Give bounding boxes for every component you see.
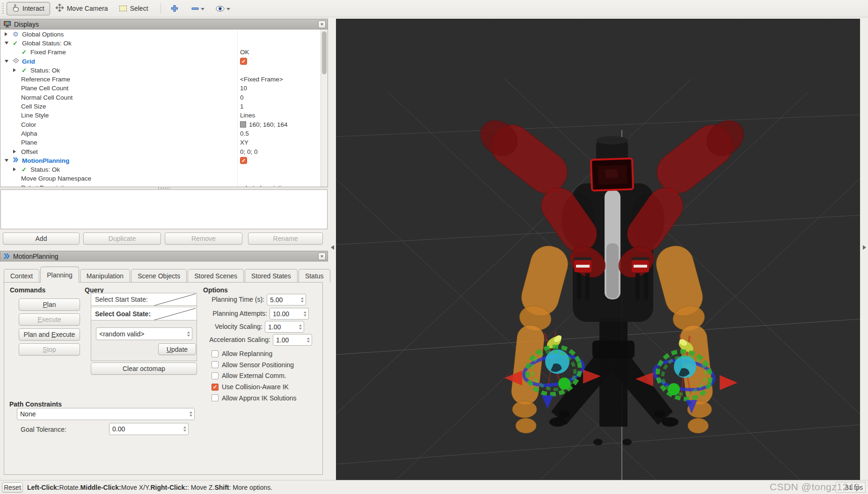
tree-row-value[interactable]: Lines [240, 112, 255, 119]
tree-row[interactable]: Plane Cell Count10 [0, 84, 328, 93]
tree-row-value[interactable]: 10 [240, 85, 247, 92]
toolbar-drag-handle[interactable] [1, 3, 5, 14]
tree-row-label[interactable]: Cell Size [21, 103, 46, 110]
spin-arrows[interactable] [301, 297, 304, 302]
reset-button[interactable]: Reset [2, 482, 23, 493]
tree-row-label[interactable]: Status: Ok [30, 166, 60, 173]
tree-row-label[interactable]: Alpha [21, 130, 37, 137]
tree-row[interactable]: Alpha0.5 [0, 129, 328, 138]
select-goal-state-header[interactable]: Select Goal State: [91, 308, 197, 320]
interact-tool-button[interactable]: Interact [7, 2, 50, 15]
use-collision-aware-ik-checkbox[interactable]: ✓ [212, 384, 219, 391]
move-camera-tool-button[interactable]: Move Camera [50, 2, 114, 15]
collapse-arrow-icon[interactable] [5, 159, 8, 162]
tree-row-label[interactable]: Global Options [22, 30, 64, 37]
tree-row-label[interactable]: Color [21, 121, 36, 128]
update-button[interactable]: Update [158, 343, 196, 355]
displays-panel-header[interactable]: Displays ✕ [0, 19, 328, 29]
visibility-tool-button[interactable] [212, 2, 234, 15]
goal-tolerance-spinbox[interactable]: 0.00 [109, 423, 189, 435]
tree-row[interactable]: Line StyleLines [0, 111, 328, 120]
execute-button[interactable]: Execute [19, 313, 80, 326]
displays-close-icon[interactable]: ✕ [318, 21, 326, 28]
tree-row-label[interactable]: Global Status: Ok [22, 39, 72, 46]
tree-row-value[interactable]: 0 [240, 94, 244, 101]
tree-row[interactable]: ✓Global Status: Ok [0, 38, 328, 47]
allow-approx-ik-solutions-checkbox[interactable] [212, 394, 219, 401]
enabled-checkbox[interactable]: ✓ [240, 58, 247, 65]
velocity-scaling-spinbox[interactable]: 1.00 [265, 321, 304, 333]
remove-tool-button[interactable] [187, 2, 209, 15]
expand-arrow-icon[interactable] [13, 68, 16, 72]
tree-row[interactable]: PlaneXY [0, 138, 328, 147]
tree-row[interactable]: Offset0; 0; 0 [0, 147, 328, 156]
tree-row[interactable]: Cell Size1 [0, 102, 328, 110]
path-constraints-spin-arrows[interactable] [190, 412, 192, 417]
planning-time-s-spinbox[interactable]: 5.00 [267, 294, 306, 305]
tab-stored-scenes[interactable]: Stored Scenes [188, 269, 244, 283]
tab-scene-objects[interactable]: Scene Objects [131, 269, 187, 283]
expand-arrow-icon[interactable] [13, 167, 16, 171]
goal-state-spin-arrows[interactable] [187, 331, 190, 336]
tree-row[interactable]: Robot Descriptionrobot_description [0, 183, 328, 187]
select-tool-button[interactable]: Select [114, 2, 154, 15]
tree-row-value[interactable]: <Fixed Frame> [240, 76, 283, 83]
path-constraints-combobox[interactable]: None [17, 408, 195, 420]
tree-row-label[interactable]: Status: Ok [30, 66, 60, 73]
allow-replanning-checkbox[interactable] [212, 350, 219, 357]
tree-row[interactable]: Normal Cell Count0 [0, 93, 328, 102]
tree-row-value[interactable]: OK [240, 49, 249, 56]
tree-row-label[interactable]: Fixed Frame [30, 49, 66, 56]
select-start-state-header[interactable]: Select Start State: [91, 293, 197, 306]
collapse-right-arrow-icon[interactable] [863, 245, 866, 250]
enabled-checkbox[interactable]: ✓ [240, 157, 247, 164]
tree-row-label[interactable]: Robot Description [21, 184, 71, 187]
goal-tolerance-spin-arrows[interactable] [183, 427, 186, 432]
add-tool-button[interactable] [167, 2, 182, 15]
expand-arrow-icon[interactable] [5, 32, 7, 36]
tree-row-label[interactable]: Grid [22, 58, 35, 65]
duplicate-display-button[interactable]: Duplicate [83, 232, 161, 245]
motionplanning-close-icon[interactable]: ✕ [318, 253, 326, 260]
tree-row[interactable]: Reference Frame<Fixed Frame> [0, 74, 328, 83]
checkbox-label[interactable]: Use Collision-Aware IK [222, 383, 289, 391]
checkbox-label[interactable]: Allow External Comm. [222, 372, 286, 379]
checkbox-label[interactable]: Allow Replanning [222, 350, 272, 357]
plan-button[interactable]: Plan [19, 298, 80, 311]
tree-row-value[interactable]: 160; 160; 164 [249, 121, 288, 128]
rename-display-button[interactable]: Rename [248, 232, 323, 245]
tab-context[interactable]: Context [4, 269, 39, 283]
tree-row-label[interactable]: MotionPlanning [22, 157, 69, 164]
tab-stored-states[interactable]: Stored States [245, 269, 298, 283]
clear-octomap-button[interactable]: Clear octomap [91, 363, 197, 375]
tree-row-label[interactable]: Plane [21, 139, 37, 146]
tree-row-label[interactable]: Reference Frame [21, 76, 70, 83]
planning-attempts-spinbox[interactable]: 10.00 [270, 308, 309, 320]
add-display-button[interactable]: Add [3, 232, 80, 245]
tree-row-value[interactable]: 1 [240, 103, 244, 110]
allow-sensor-positioning-checkbox[interactable] [212, 361, 219, 368]
spin-arrows[interactable] [307, 337, 310, 342]
tree-row[interactable]: ✓Status: Ok [0, 165, 328, 174]
tree-row-value[interactable]: 0; 0; 0 [240, 148, 258, 155]
tree-row[interactable]: ✓Fixed FrameOK [0, 48, 328, 57]
collapse-arrow-icon[interactable] [5, 42, 8, 44]
tab-manipulation[interactable]: Manipulation [80, 269, 130, 283]
remove-display-button[interactable]: Remove [165, 232, 242, 245]
tab-status[interactable]: Status [299, 269, 330, 283]
collapse-left-arrow-icon[interactable] [331, 245, 334, 250]
tree-row[interactable]: MotionPlanning✓ [0, 156, 328, 165]
tree-row[interactable]: Color160; 160; 164 [0, 120, 328, 129]
tree-row-label[interactable]: Move Group Namespace [21, 175, 91, 182]
tree-row-value[interactable]: XY [240, 139, 248, 146]
tree-row[interactable]: Grid✓ [0, 57, 328, 65]
color-swatch[interactable] [240, 121, 246, 127]
tree-row-label[interactable]: Offset [21, 148, 38, 155]
stop-button[interactable]: Stop [19, 343, 80, 356]
checkbox-label[interactable]: Allow Sensor Positioning [222, 361, 294, 369]
tree-row-label[interactable]: Normal Cell Count [21, 94, 73, 101]
tree-row-label[interactable]: Plane Cell Count [21, 85, 68, 92]
3d-viewport[interactable] [336, 19, 860, 480]
spin-arrows[interactable] [299, 324, 302, 329]
tree-row-value[interactable]: robot_description [240, 184, 289, 187]
